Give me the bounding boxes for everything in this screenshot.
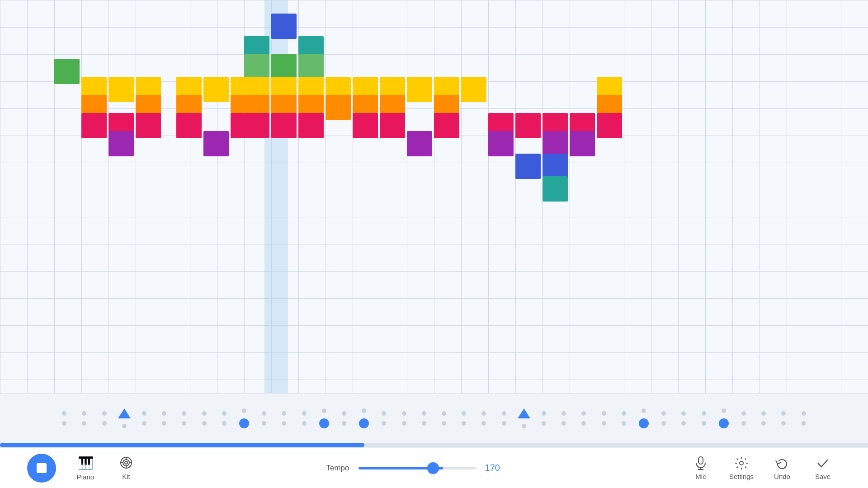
note-block[interactable]	[203, 77, 229, 102]
note-block[interactable]	[271, 113, 297, 138]
note-block[interactable]	[407, 77, 432, 102]
rhythm-cell[interactable]	[254, 411, 274, 426]
note-block[interactable]	[488, 131, 514, 156]
rhythm-cell[interactable]	[794, 411, 814, 426]
rhythm-cell[interactable]	[574, 411, 594, 426]
rhythm-cell[interactable]	[214, 411, 234, 426]
mic-icon	[693, 456, 708, 470]
rhythm-cell[interactable]	[154, 411, 174, 426]
save-button[interactable]: Save	[805, 452, 841, 484]
note-block[interactable]	[108, 77, 134, 102]
note-block[interactable]	[461, 77, 486, 102]
rhythm-cell[interactable]	[274, 411, 294, 426]
dot-note	[581, 421, 586, 426]
dot-note	[342, 411, 346, 416]
circle-note	[359, 418, 369, 428]
rhythm-cell[interactable]	[554, 411, 574, 426]
rhythm-cell[interactable]	[534, 411, 554, 426]
note-block[interactable]	[176, 113, 202, 138]
note-block[interactable]	[380, 113, 405, 138]
stop-icon	[37, 463, 47, 473]
rhythm-cell[interactable]	[654, 411, 674, 426]
note-block[interactable]	[136, 113, 161, 138]
note-block[interactable]	[570, 131, 595, 156]
note-block[interactable]	[244, 54, 269, 80]
dot-note	[681, 411, 686, 416]
rhythm-cell[interactable]	[734, 411, 754, 426]
rhythm-cell[interactable]	[634, 408, 654, 428]
rhythm-cell[interactable]	[354, 408, 374, 428]
rhythm-cell[interactable]	[474, 411, 494, 426]
rhythm-cell[interactable]	[54, 411, 74, 426]
note-block[interactable]	[542, 176, 568, 202]
dot-note	[362, 408, 366, 413]
rhythm-cell[interactable]	[134, 411, 154, 426]
note-block[interactable]	[203, 131, 229, 156]
rhythm-cell[interactable]	[714, 408, 734, 428]
rhythm-cell[interactable]	[234, 408, 254, 428]
undo-icon	[775, 456, 789, 470]
mic-button[interactable]: Mic	[683, 452, 719, 484]
rhythm-cell[interactable]	[674, 411, 693, 426]
dot-note	[422, 411, 426, 416]
rhythm-cell[interactable]	[74, 411, 94, 426]
dot-note	[382, 411, 386, 416]
dot-note	[542, 421, 546, 426]
dot-note	[481, 411, 486, 416]
rhythm-cell[interactable]	[414, 411, 434, 426]
kit-button[interactable]: Kit	[106, 452, 146, 484]
note-block[interactable]	[542, 131, 568, 156]
note-block[interactable]	[407, 131, 432, 156]
sequencer-area[interactable]	[0, 0, 868, 393]
rhythm-cell[interactable]	[774, 411, 793, 426]
note-block[interactable]	[434, 113, 459, 138]
rhythm-cell[interactable]	[194, 411, 214, 426]
settings-label: Settings	[729, 473, 754, 480]
rhythm-cell[interactable]	[94, 411, 114, 426]
dot-note	[681, 421, 686, 426]
rhythm-cell[interactable]	[374, 411, 394, 426]
piano-button[interactable]: 🎹 Piano	[65, 452, 106, 484]
stop-button[interactable]	[27, 454, 56, 483]
note-block[interactable]	[298, 113, 324, 138]
note-block[interactable]	[515, 154, 541, 179]
rhythm-cell[interactable]	[174, 411, 194, 426]
rhythm-cell[interactable]	[454, 411, 474, 426]
dot-note	[122, 424, 127, 428]
rhythm-cell[interactable]	[614, 411, 634, 426]
note-block[interactable]	[515, 113, 541, 138]
note-block[interactable]	[81, 113, 107, 138]
note-block[interactable]	[108, 131, 134, 156]
circle-note	[719, 418, 729, 428]
note-block[interactable]	[298, 54, 324, 80]
rhythm-cell[interactable]	[494, 411, 514, 426]
note-block[interactable]	[542, 154, 568, 179]
rhythm-cell[interactable]	[514, 408, 534, 428]
rhythm-cell[interactable]	[394, 411, 414, 426]
note-block[interactable]	[271, 54, 297, 80]
dot-note	[622, 411, 626, 416]
note-block[interactable]	[244, 113, 269, 138]
rhythm-cell[interactable]	[594, 411, 613, 426]
rhythm-cell[interactable]	[114, 408, 134, 428]
progress-bar-container[interactable]	[0, 443, 868, 447]
settings-button[interactable]: Settings	[723, 452, 760, 484]
dot-note	[761, 411, 766, 416]
tempo-slider[interactable]	[359, 467, 476, 469]
undo-button[interactable]: Undo	[764, 452, 800, 484]
rhythm-cell[interactable]	[694, 411, 714, 426]
rhythm-cell[interactable]	[754, 411, 774, 426]
rhythm-cell[interactable]	[434, 411, 454, 426]
note-block[interactable]	[353, 113, 378, 138]
rhythm-cell[interactable]	[314, 408, 334, 428]
dot-note	[741, 421, 746, 426]
circle-note	[319, 418, 329, 428]
tempo-section: Tempo 170	[146, 463, 683, 473]
rhythm-cell[interactable]	[294, 411, 314, 426]
note-block[interactable]	[597, 113, 622, 138]
tempo-value: 170	[485, 463, 503, 473]
rhythm-cell[interactable]	[334, 411, 354, 426]
note-block[interactable]	[271, 14, 297, 39]
note-block[interactable]	[326, 95, 351, 120]
note-block[interactable]	[54, 59, 80, 84]
